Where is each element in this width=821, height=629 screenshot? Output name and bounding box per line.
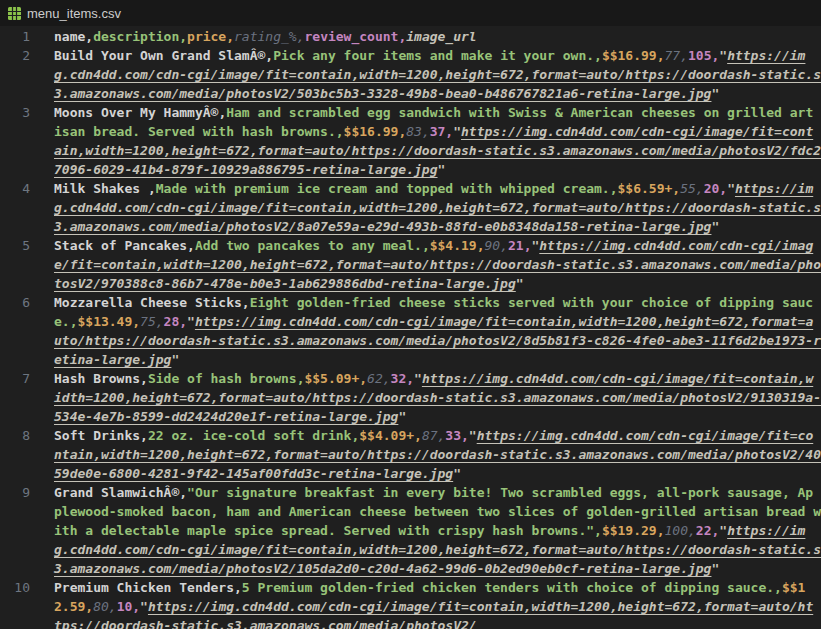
quote: "	[711, 86, 719, 101]
csv-delimiter: ,	[422, 124, 430, 139]
csv-delimiter: ,	[657, 523, 665, 538]
csv-delimiter: ,	[148, 181, 156, 196]
csv-delimiter: ,	[187, 238, 195, 253]
csv-delimiter: ,	[445, 124, 453, 139]
csv-delimiter: ,	[85, 599, 93, 614]
csv-field: $$4.09+	[359, 428, 414, 443]
csv-field: $$16.99	[344, 124, 399, 139]
csv-delimiter: ,	[234, 580, 242, 595]
quote: "	[727, 181, 735, 196]
csv-field: 105	[688, 48, 711, 63]
line-number: 8	[0, 426, 30, 445]
csv-field: 83	[406, 124, 422, 139]
csv-row: 9Grand SlamwichÂ®,"Our signature breakfa…	[0, 483, 821, 578]
csv-field: Soft Drinks	[54, 428, 140, 443]
csv-delimiter: ,	[336, 124, 344, 139]
quote: "	[469, 428, 477, 443]
csv-field: Grand SlamwichÂ®	[54, 485, 179, 500]
csv-row: 4Milk Shakes ,Made with premium ice crea…	[0, 179, 821, 236]
quote: "	[414, 371, 422, 386]
csv-field: 80	[93, 599, 109, 614]
csv-delimiter: ,	[610, 181, 618, 196]
csv-field: Pick any four items and make it your own…	[273, 48, 594, 63]
csv-delimiter: ,	[179, 29, 187, 44]
tab-filename: menu_items.csv	[27, 6, 121, 21]
csv-row: 5Stack of Pancakes,Add two pancakes to a…	[0, 236, 821, 293]
line-number: 9	[0, 483, 30, 502]
csv-delimiter: ,	[680, 48, 688, 63]
csv-delimiter: ,	[719, 181, 727, 196]
csv-delimiter: ,	[657, 48, 665, 63]
csv-field: rating_%	[234, 29, 297, 44]
quote: "	[719, 48, 727, 63]
csv-field: 62	[367, 371, 383, 386]
tab-menu-items-csv[interactable]: menu_items.csv	[8, 6, 121, 21]
quote: "	[398, 409, 406, 424]
csv-field: 21	[508, 238, 524, 253]
quote: "	[719, 523, 727, 538]
csv-delimiter: ,	[672, 181, 680, 196]
quote: "	[140, 599, 148, 614]
csv-field: 75	[140, 314, 156, 329]
csv-delimiter: ,	[688, 523, 696, 538]
csv-row: 7Hash Browns,Side of hash browns,$$5.09+…	[0, 369, 821, 426]
csv-file-icon	[8, 7, 21, 20]
csv-delimiter: ,	[242, 295, 250, 310]
csv-delimiter: ,	[406, 371, 414, 386]
csv-field: $$6.59+	[618, 181, 673, 196]
csv-editor[interactable]: 1name,description,price,rating_%,review_…	[0, 26, 821, 629]
line-number: 6	[0, 293, 30, 312]
csv-field: 28	[164, 314, 180, 329]
csv-field: 22	[696, 523, 712, 538]
csv-line-content: Premium Chicken Tenders,5 Premium golden…	[54, 578, 821, 629]
line-number: 10	[0, 578, 30, 597]
csv-delimiter: ,	[132, 314, 140, 329]
csv-delimiter: ,	[774, 580, 782, 595]
csv-row: 10Premium Chicken Tenders,5 Premium gold…	[0, 578, 821, 629]
csv-field: price	[187, 29, 226, 44]
csv-line-content: Stack of Pancakes,Add two pancakes to an…	[54, 236, 821, 293]
csv-field: $$19.29	[602, 523, 657, 538]
csv-delimiter: ,	[477, 238, 485, 253]
csv-field: Mozzarella Cheese Sticks	[54, 295, 242, 310]
csv-delimiter: ,	[696, 181, 704, 196]
csv-delimiter: ,	[109, 599, 117, 614]
line-number: 5	[0, 236, 30, 255]
csv-field: image_url	[406, 29, 476, 44]
csv-field: 55	[680, 181, 696, 196]
csv-field: 37	[430, 124, 446, 139]
csv-delimiter: ,	[85, 29, 93, 44]
line-number: 2	[0, 46, 30, 65]
image-url-link: https://img.cdn4dd.com/cdn-cgi/image/fit…	[54, 599, 813, 629]
csv-field: 10	[117, 599, 133, 614]
csv-delimiter: ,	[359, 371, 367, 386]
csv-field: $$13.49	[77, 314, 132, 329]
csv-field: 100	[665, 523, 688, 538]
csv-field: 20	[704, 181, 720, 196]
csv-line-content: Mozzarella Cheese Sticks,Eight golden-fr…	[54, 293, 821, 369]
csv-delimiter: ,	[226, 29, 234, 44]
csv-line-content: Milk Shakes ,Made with premium ice cream…	[54, 179, 821, 236]
csv-field: Moons Over My HammyÂ®	[54, 105, 218, 120]
csv-field: 90	[485, 238, 501, 253]
csv-field: Made with premium ice cream and topped w…	[156, 181, 610, 196]
csv-field: 22 oz. ice-cold soft drink	[148, 428, 352, 443]
csv-delimiter: ,	[594, 523, 602, 538]
quote: "	[516, 276, 524, 291]
csv-delimiter: ,	[179, 314, 187, 329]
csv-row: 8Soft Drinks,22 oz. ice-cold soft drink,…	[0, 426, 821, 483]
csv-field: Side of hash browns	[148, 371, 297, 386]
csv-field: 32	[391, 371, 407, 386]
csv-field: $$4.19	[430, 238, 477, 253]
csv-field: 77	[665, 48, 681, 63]
csv-field: description	[93, 29, 179, 44]
csv-header-row: 1name,description,price,rating_%,review_…	[0, 27, 821, 46]
csv-line-content: Build Your Own Grand SlamÂ®,Pick any fou…	[54, 46, 821, 103]
csv-field: name	[54, 29, 85, 44]
csv-field: Milk Shakes	[54, 181, 148, 196]
csv-row: 3Moons Over My HammyÂ®,Ham and scrambled…	[0, 103, 821, 179]
csv-delimiter: ,	[500, 238, 508, 253]
csv-field: review_count	[304, 29, 398, 44]
csv-field: Hash Browns	[54, 371, 140, 386]
tab-bar: menu_items.csv	[0, 0, 821, 26]
